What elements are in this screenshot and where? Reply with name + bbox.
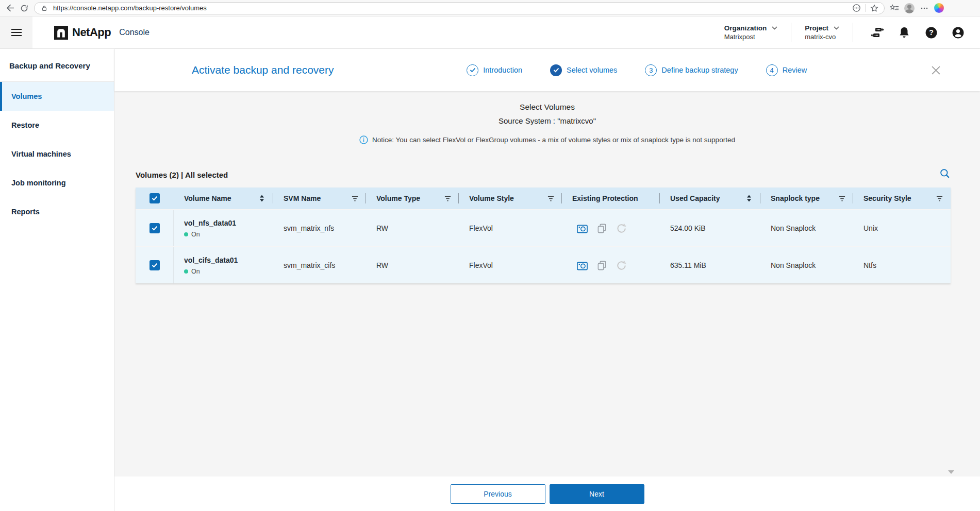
column-header-used-capacity[interactable]: Used Capacity	[660, 188, 760, 209]
sidebar-item-virtual-machines[interactable]: Virtual machines	[0, 140, 114, 168]
help-icon[interactable]: ?	[924, 26, 938, 39]
chevron-down-icon	[834, 26, 839, 30]
filter-icon[interactable]	[351, 194, 359, 202]
sidebar-item-reports[interactable]: Reports	[0, 197, 114, 226]
organization-value: Matrixpost	[724, 33, 778, 41]
step-current-check-icon	[550, 64, 562, 76]
snapshot-camera-icon[interactable]	[576, 223, 588, 234]
step-label: Review	[783, 66, 807, 74]
volume-name: vol_cifs_data01	[184, 256, 273, 264]
step-number: 4	[766, 64, 778, 76]
column-header-volume-name[interactable]: Volume Name	[174, 188, 273, 209]
sort-icon[interactable]	[258, 194, 266, 202]
browser-back-icon[interactable]	[5, 4, 14, 13]
column-label: Security Style	[863, 194, 930, 202]
table-row[interactable]: vol_nfs_data01 On svm_matrix_nfs RW Flex…	[136, 209, 951, 246]
column-label: Snaplock type	[771, 194, 833, 202]
copy-icon[interactable]	[596, 223, 608, 234]
chevron-down-icon	[772, 26, 777, 30]
scroll-down-indicator[interactable]	[948, 470, 954, 474]
notice-banner: Notice: You can select FlexVol or FlexGr…	[114, 135, 980, 144]
svm-name: svm_matrix_nfs	[273, 224, 366, 232]
account-icon[interactable]	[951, 26, 965, 39]
project-selector[interactable]: Project matrix-cvo	[791, 24, 853, 41]
lock-icon	[40, 4, 49, 13]
snapshot-camera-icon[interactable]	[576, 260, 588, 271]
connector-icon[interactable]	[871, 26, 884, 39]
snaplock-type: Non Snaplock	[760, 224, 853, 232]
organization-selector[interactable]: Organization Matrixpost	[711, 24, 791, 41]
step-introduction[interactable]: Introduction	[467, 64, 522, 76]
svg-text:?: ?	[929, 28, 934, 37]
filter-icon[interactable]	[935, 194, 943, 202]
table-row[interactable]: vol_cifs_data01 On svm_matrix_cifs RW Fl…	[136, 246, 951, 283]
sidebar: Backup and Recovery Volumes Restore Virt…	[0, 49, 114, 511]
sidebar-item-job-monitoring[interactable]: Job monitoring	[0, 168, 114, 197]
reader-ellipsis-icon[interactable]	[852, 4, 861, 13]
status-dot	[184, 232, 188, 236]
column-header-volume-type[interactable]: Volume Type	[366, 188, 459, 209]
previous-button[interactable]: Previous	[451, 484, 545, 504]
snaplock-type: Non Snaplock	[760, 261, 853, 269]
sidebar-item-label: Reports	[11, 208, 40, 216]
row-checkbox[interactable]	[150, 223, 160, 233]
filter-icon[interactable]	[838, 194, 846, 202]
favorites-bar-icon[interactable]	[890, 4, 899, 13]
browser-chrome: https://console.netapp.com/backup-restor…	[0, 0, 980, 16]
url-text[interactable]: https://console.netapp.com/backup-restor…	[53, 4, 848, 12]
sort-icon[interactable]	[745, 194, 753, 202]
project-value: matrix-cvo	[805, 33, 839, 41]
volume-status: On	[191, 231, 200, 238]
filter-icon[interactable]	[546, 194, 555, 202]
volume-style: FlexVol	[459, 224, 562, 232]
sidebar-item-label: Volumes	[11, 92, 42, 100]
netapp-logo-mark	[54, 26, 68, 40]
info-icon	[359, 135, 368, 144]
copy-icon[interactable]	[596, 260, 608, 271]
address-bar[interactable]: https://console.netapp.com/backup-restor…	[34, 2, 885, 14]
close-icon[interactable]	[929, 63, 943, 77]
sidebar-item-volumes[interactable]: Volumes	[0, 82, 114, 111]
column-label: Volume Type	[376, 194, 438, 202]
notifications-bell-icon[interactable]	[898, 26, 911, 39]
security-style: Ntfs	[853, 261, 951, 269]
column-header-snaplock-type[interactable]: Snaplock type	[760, 188, 853, 209]
column-label: Volume Style	[469, 194, 541, 202]
next-button[interactable]: Next	[550, 484, 644, 504]
select-all-checkbox[interactable]	[150, 193, 160, 203]
column-label: Used Capacity	[670, 194, 740, 202]
column-header-volume-style[interactable]: Volume Style	[459, 188, 562, 209]
sidebar-item-restore[interactable]: Restore	[0, 111, 114, 140]
column-label: Existing Protection	[572, 194, 660, 202]
product-name: Console	[119, 28, 150, 37]
sidebar-item-label: Job monitoring	[11, 179, 66, 187]
netapp-logo[interactable]: NetApp	[54, 26, 111, 40]
step-label: Select volumes	[567, 66, 617, 74]
browser-menu-icon[interactable]	[920, 4, 929, 13]
wizard-steps: Introduction Select volumes 3 Define bac…	[436, 64, 807, 76]
column-label: SVM Name	[284, 194, 345, 202]
restore-icon[interactable]	[616, 260, 627, 271]
security-style: Unix	[853, 224, 951, 232]
global-menu-button[interactable]	[0, 16, 32, 48]
filter-icon[interactable]	[443, 194, 452, 202]
column-header-security-style[interactable]: Security Style	[853, 188, 951, 209]
source-system-subtitle: Source System : "matrixcvo"	[114, 116, 980, 125]
organization-label: Organization	[724, 24, 767, 32]
row-checkbox[interactable]	[150, 260, 160, 270]
favorite-star-icon[interactable]	[870, 4, 879, 13]
browser-refresh-icon[interactable]	[20, 4, 29, 13]
copilot-icon[interactable]	[934, 3, 944, 13]
restore-icon[interactable]	[616, 223, 627, 234]
browser-profile-avatar[interactable]	[904, 3, 915, 13]
search-icon[interactable]	[939, 168, 951, 179]
sidebar-item-label: Virtual machines	[11, 150, 71, 158]
step-select-volumes[interactable]: Select volumes	[550, 64, 617, 76]
step-review[interactable]: 4 Review	[766, 64, 807, 76]
column-header-svm-name[interactable]: SVM Name	[273, 188, 366, 209]
wizard-title: Activate backup and recovery	[192, 64, 334, 76]
column-header-existing-protection[interactable]: Existing Protection	[562, 188, 660, 209]
wizard-header: Activate backup and recovery Introductio…	[114, 49, 980, 91]
step-label: Introduction	[483, 66, 522, 74]
step-define-backup-strategy[interactable]: 3 Define backup strategy	[645, 64, 738, 76]
